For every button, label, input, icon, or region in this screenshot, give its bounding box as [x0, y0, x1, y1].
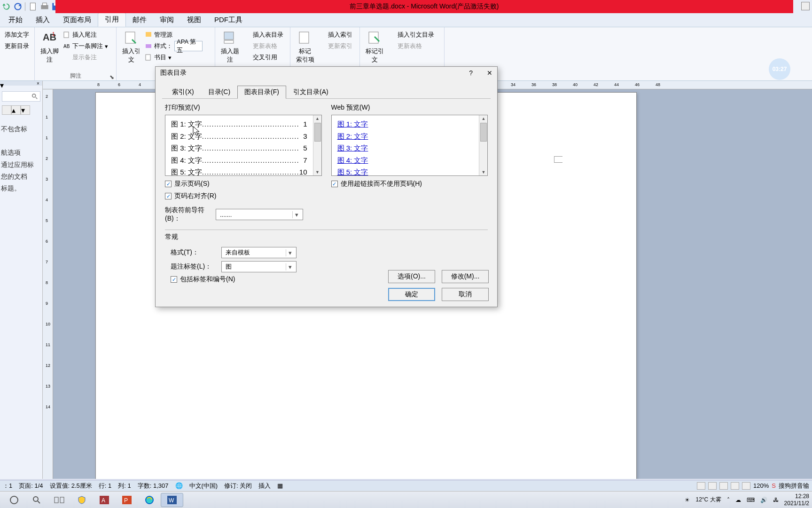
update-authority-button[interactable]: 更新表格: [386, 40, 436, 52]
access-icon[interactable]: A: [93, 493, 116, 507]
footnote-launcher-icon[interactable]: ⬊: [109, 74, 115, 79]
web-preview-scrollbar[interactable]: ▲ ▼: [479, 115, 487, 175]
print-preview-box: 图 1: 文字 ................................…: [165, 115, 322, 176]
taskbar: A P W ☀ 12°C 大雾 ˄ ☁ ⌨ 🔊 🖧 12:28 2021/11/…: [0, 491, 812, 508]
status-macro-icon[interactable]: ▦: [277, 482, 283, 489]
ie-icon[interactable]: [138, 493, 161, 507]
leader-combo[interactable]: .......▾: [216, 209, 303, 220]
undo-icon[interactable]: [1, 1, 12, 12]
defender-icon[interactable]: [70, 493, 93, 507]
status-words[interactable]: 字数: 1,307: [138, 482, 169, 490]
tray-date[interactable]: 2021/11/2: [784, 500, 809, 507]
options-button[interactable]: 选项(O)...: [388, 270, 435, 283]
dialog-tab-index[interactable]: 索引(X): [165, 86, 201, 99]
print-icon[interactable]: [39, 1, 50, 12]
dialog-help-icon[interactable]: ?: [469, 69, 473, 77]
tab-mail[interactable]: 邮件: [126, 14, 153, 27]
status-zoom[interactable]: 120%: [753, 482, 769, 489]
search-icon[interactable]: [25, 493, 48, 507]
weather-icon[interactable]: ☀: [685, 497, 690, 503]
print-preview-scrollbar[interactable]: ▲ ▼: [313, 115, 321, 175]
right-align-checkbox[interactable]: ✓: [165, 193, 172, 199]
word-icon[interactable]: W: [161, 493, 183, 507]
update-index-button[interactable]: 更新索引: [317, 40, 354, 52]
status-lang-icon[interactable]: 🌐: [175, 482, 183, 489]
mark-citation-button[interactable]: 标记引文: [363, 29, 386, 64]
view-draft-icon[interactable]: [742, 482, 750, 490]
scroll-up-icon[interactable]: ▲: [480, 115, 487, 122]
dialog-tab-toc[interactable]: 目录(C): [201, 86, 237, 99]
status-lang[interactable]: 中文(中国): [189, 482, 218, 490]
tab-view[interactable]: 视图: [180, 14, 208, 27]
bibliography-button[interactable]: 书目▾: [143, 52, 204, 63]
svg-rect-21: [55, 497, 58, 503]
taskview-icon[interactable]: [48, 493, 70, 507]
update-toc-button[interactable]: 更新目录: [3, 40, 31, 52]
start-icon[interactable]: [3, 493, 25, 507]
status-mode[interactable]: 插入: [258, 482, 271, 490]
tray-keyboard-icon[interactable]: ⌨: [747, 497, 755, 503]
nav-tab-up[interactable]: ▴: [11, 105, 21, 115]
dialog-tab-authorities[interactable]: 引文目录(A): [286, 86, 336, 99]
redo-icon[interactable]: [13, 1, 23, 12]
add-text-button[interactable]: 添加文字: [3, 29, 31, 40]
window-restore-icon[interactable]: [801, 2, 810, 10]
mark-index-button[interactable]: 标记 索引项: [293, 29, 317, 64]
tab-review[interactable]: 审阅: [153, 14, 180, 27]
tray-cloud-icon[interactable]: ☁: [735, 497, 741, 503]
view-web-icon[interactable]: [719, 482, 728, 490]
insert-endnote-button[interactable]: 插入尾注: [61, 29, 110, 40]
svg-rect-8: [64, 32, 69, 38]
nav-tab-1[interactable]: [2, 105, 11, 115]
tab-layout[interactable]: 页面布局: [56, 14, 98, 27]
svg-text:AB: AB: [63, 44, 70, 49]
scroll-up-icon[interactable]: ▲: [314, 115, 321, 122]
status-page[interactable]: 页面: 1/4: [19, 482, 43, 490]
format-combo[interactable]: 来自模板▾: [221, 247, 297, 258]
show-notes-button[interactable]: 显示备注: [61, 52, 110, 63]
modify-button[interactable]: 修改(M)...: [442, 270, 489, 283]
nav-tab-down[interactable]: ▾: [21, 105, 30, 115]
scroll-down-icon[interactable]: ▼: [480, 169, 487, 175]
tab-home[interactable]: 开始: [2, 14, 29, 27]
dialog-tab-figures[interactable]: 图表目录(F): [237, 86, 286, 99]
insert-index-button[interactable]: 插入索引: [317, 29, 354, 40]
insert-caption-button[interactable]: 插入题注: [218, 29, 242, 64]
next-footnote-button[interactable]: AB下一条脚注▾: [61, 40, 110, 52]
weather-text[interactable]: 12°C 大雾: [695, 496, 721, 504]
ime-icon[interactable]: S: [772, 482, 776, 489]
svg-rect-1: [30, 3, 35, 10]
caption-label-combo[interactable]: 图▾: [221, 261, 297, 272]
tab-insert[interactable]: 插入: [29, 14, 56, 27]
insert-citation-button[interactable]: 插入引文: [119, 29, 143, 64]
tray-time[interactable]: 12:28: [784, 493, 809, 500]
insert-authority-button[interactable]: 插入引文目录: [386, 29, 436, 40]
view-read-icon[interactable]: [708, 482, 717, 490]
insert-fig-toc-button[interactable]: 插入表目录: [242, 29, 285, 40]
tray-chevron-icon[interactable]: ˄: [727, 497, 730, 503]
vertical-ruler[interactable]: 211234567891011121314: [43, 89, 53, 479]
dialog-close-icon[interactable]: ✕: [487, 69, 492, 77]
cancel-button[interactable]: 取消: [442, 288, 489, 301]
powerpoint-icon[interactable]: P: [116, 493, 138, 507]
update-fig-button[interactable]: 更新表格: [242, 40, 285, 52]
nav-search-input[interactable]: [2, 91, 40, 102]
hyperlink-checkbox[interactable]: ✓: [331, 181, 338, 187]
new-icon[interactable]: [28, 1, 39, 12]
status-track[interactable]: 修订: 关闭: [224, 482, 252, 490]
tab-pdf[interactable]: PDF工具: [208, 14, 249, 27]
tray-volume-icon[interactable]: 🔊: [760, 497, 767, 503]
view-outline-icon[interactable]: [731, 482, 739, 490]
view-print-icon[interactable]: [697, 482, 705, 490]
include-label-checkbox[interactable]: ✓: [171, 276, 177, 283]
tab-references[interactable]: 引用: [98, 13, 126, 27]
insert-footnote-button[interactable]: AB1插入脚注: [38, 29, 61, 64]
scroll-down-icon[interactable]: ▼: [314, 169, 321, 175]
crossref-button[interactable]: 交叉引用: [242, 52, 285, 63]
show-page-checkbox[interactable]: ✓: [165, 181, 172, 187]
nav-close-icon[interactable]: ×: [37, 81, 41, 86]
status-line: 行: 1: [99, 482, 111, 490]
citation-style-combo[interactable]: APA 第五: [174, 41, 203, 51]
ok-button[interactable]: 确定: [388, 288, 435, 301]
tray-network-icon[interactable]: 🖧: [773, 497, 779, 503]
